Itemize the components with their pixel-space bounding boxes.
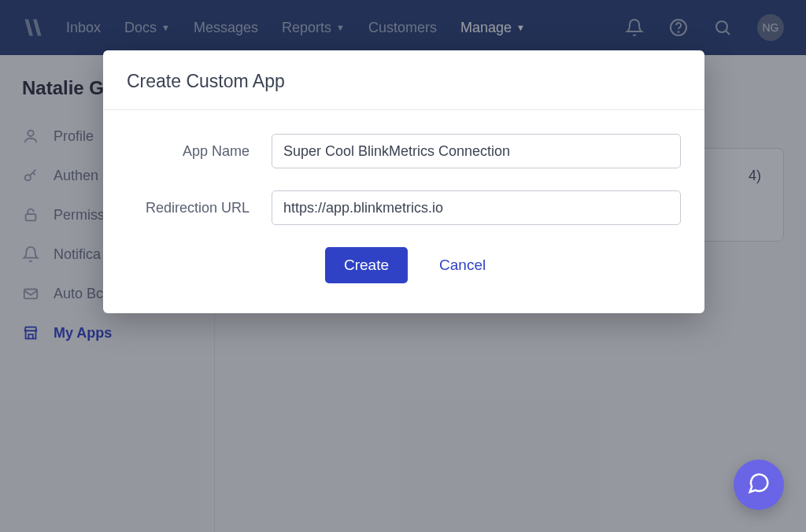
form-row-app-name: App Name <box>127 134 681 168</box>
chat-fab[interactable] <box>734 460 784 510</box>
modal-title: Create Custom App <box>127 71 681 92</box>
create-button[interactable]: Create <box>325 247 408 283</box>
form-row-redirect-url: Redirection URL <box>127 190 681 225</box>
cancel-button[interactable]: Cancel <box>439 257 486 274</box>
modal-header: Create Custom App <box>103 50 704 110</box>
redirect-url-label: Redirection URL <box>127 200 272 216</box>
app-name-input[interactable] <box>272 134 681 168</box>
modal-body: App Name Redirection URL Create Cancel <box>103 110 704 313</box>
modal-actions: Create Cancel <box>127 247 681 283</box>
create-app-modal: Create Custom App App Name Redirection U… <box>103 50 704 313</box>
app-name-label: App Name <box>127 143 272 160</box>
chat-icon <box>747 471 771 498</box>
redirect-url-input[interactable] <box>272 190 681 225</box>
